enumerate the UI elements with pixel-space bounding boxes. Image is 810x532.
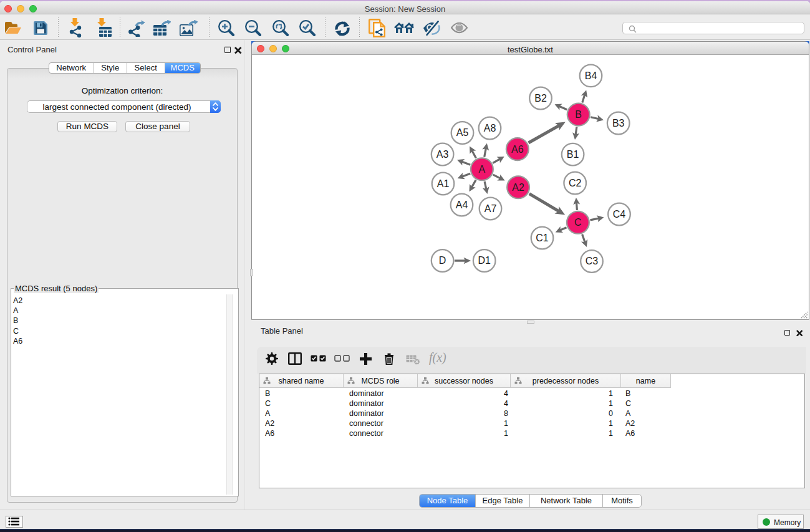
svg-text:A1: A1 (437, 178, 450, 189)
svg-text:B4: B4 (585, 70, 597, 81)
svg-text:B1: B1 (567, 149, 579, 160)
svg-text:A: A (479, 164, 486, 175)
svg-text:C3: C3 (586, 256, 599, 266)
svg-text:D1: D1 (478, 255, 491, 266)
svg-text:A5: A5 (456, 127, 469, 138)
svg-text:A6: A6 (511, 144, 524, 155)
svg-text:B: B (575, 109, 582, 120)
svg-text:D: D (439, 255, 446, 266)
svg-text:B2: B2 (534, 93, 547, 104)
svg-text:C1: C1 (536, 233, 549, 243)
svg-text:A2: A2 (512, 182, 524, 193)
svg-text:B3: B3 (612, 118, 625, 128)
svg-text:C: C (574, 217, 582, 228)
svg-text:A7: A7 (485, 203, 497, 214)
svg-text:A8: A8 (484, 123, 496, 133)
svg-text:C4: C4 (613, 209, 626, 220)
svg-text:A3: A3 (436, 149, 449, 160)
svg-text:A4: A4 (456, 200, 468, 210)
svg-text:C2: C2 (569, 178, 582, 188)
